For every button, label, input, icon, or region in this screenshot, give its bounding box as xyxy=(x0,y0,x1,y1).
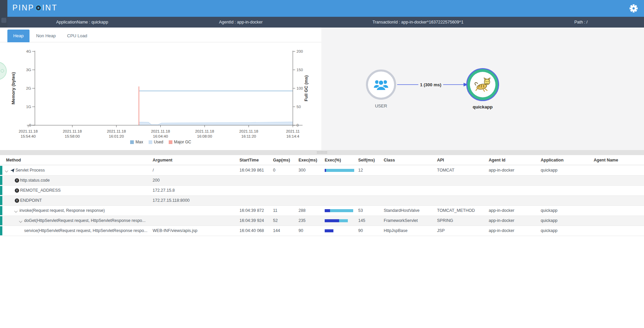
grip-dot xyxy=(322,153,323,153)
column-header-exec-[interactable]: Exec(%) xyxy=(325,155,341,165)
tab-heap[interactable]: Heap xyxy=(7,30,30,42)
grip-dot xyxy=(318,151,319,152)
legend-item-used[interactable]: Used xyxy=(149,140,163,144)
argument-cell: 172.27.15.118:8000 xyxy=(153,196,237,205)
class-cell: StandardHostValve xyxy=(384,206,434,216)
tab-non-heap[interactable]: Non Heap xyxy=(32,30,60,42)
y-right-tick: 150 xyxy=(297,68,303,72)
resize-grip-icon[interactable] xyxy=(317,151,327,153)
column-header-class[interactable]: Class xyxy=(384,155,395,165)
calltree-row-6[interactable]: service(HttpServletRequest request, Http… xyxy=(0,226,644,236)
column-header-argument[interactable]: Argument xyxy=(153,155,172,165)
column-header-application[interactable]: Application xyxy=(541,155,564,165)
server-map-node-quickapp[interactable] xyxy=(466,68,499,101)
calltree-row-3[interactable]: iENDPOINT172.27.15.118:8000 xyxy=(0,196,644,206)
column-header-api[interactable]: API xyxy=(437,155,444,165)
legend-swatch-icon xyxy=(130,140,134,144)
legend-label: Used xyxy=(154,140,163,144)
method-cell: http.status.code xyxy=(20,176,150,185)
exec-cell: 288 xyxy=(299,206,322,216)
path-label: Path : / xyxy=(574,17,588,28)
edge-call-count-label[interactable]: 1 (300 ms) xyxy=(418,82,443,87)
calltree-row-4[interactable]: invoke(Request request, Response respons… xyxy=(0,206,644,216)
server-map-panel: 1 (300 ms) USER xyxy=(321,28,644,150)
sidebar-toggle-icon[interactable] xyxy=(1,18,6,23)
startTime-cell: 16:04:39 872 xyxy=(239,206,270,216)
calltree-row-1[interactable]: ihttp.status.code200 xyxy=(0,176,644,186)
y-left-tick: 1G xyxy=(26,105,31,109)
self-cell: 53 xyxy=(358,206,381,216)
class-cell: FrameworkServlet xyxy=(384,216,434,226)
exec-self-bar xyxy=(325,169,326,172)
y-right-tick: 0 xyxy=(297,123,299,127)
y-right-axis-title: Full GC (ms) xyxy=(304,75,309,101)
startTime-cell: 16:04:39 861 xyxy=(239,166,270,175)
grip-dot xyxy=(322,151,323,152)
class-cell: HttpJspBase xyxy=(384,226,434,236)
calltree-row-5[interactable]: doGet(HttpServletRequest request, HttpSe… xyxy=(0,216,644,226)
node-quickapp-inner xyxy=(470,72,495,97)
heap-usage-chart: 01G2G3G4G0501001502002021.11.1815:54:402… xyxy=(0,42,321,150)
y-left-tick: 2G xyxy=(26,86,31,90)
server-map-node-user[interactable] xyxy=(366,69,396,100)
argument-cell: 172.27.15.8 xyxy=(153,186,237,195)
info-icon: i xyxy=(15,178,19,183)
grip-dot xyxy=(325,151,326,152)
column-header-agent-id[interactable]: Agent Id xyxy=(489,155,505,165)
calltree-row-2[interactable]: iREMOTE_ADDRESS172.27.15.8 xyxy=(0,186,644,196)
panel-resize-divider[interactable] xyxy=(0,150,644,155)
legend-item-major-gc[interactable]: Major GC xyxy=(169,140,191,144)
logo-text-pre: PINP xyxy=(12,3,35,12)
used-memory-area xyxy=(139,122,293,125)
exec-percent-bar xyxy=(325,229,333,232)
y-left-axis-title: Memory (bytes) xyxy=(11,72,16,104)
grip-dot xyxy=(321,151,322,152)
self-cell: 145 xyxy=(358,216,381,226)
collapsed-sidebar-sliver xyxy=(0,0,7,28)
pinpoint-transaction-view: PINPINT Applicatio xyxy=(0,0,644,328)
exec-self-bar xyxy=(325,219,339,222)
exec-cell: 90 xyxy=(299,226,322,236)
fab-ring-icon xyxy=(1,69,4,73)
x-axis-tick: 2021.11.1815:54:40 xyxy=(19,129,38,138)
legend-item-max[interactable]: Max xyxy=(130,140,143,144)
x-axis-tick: 2021.11.1815:58:00 xyxy=(63,129,82,138)
method-cell: service(HttpServletRequest request, Http… xyxy=(24,226,150,236)
y-left-tick: 4G xyxy=(26,49,31,53)
gap-cell: 0 xyxy=(273,166,296,175)
exec-cell: 235 xyxy=(299,216,322,226)
chevron-down-icon[interactable] xyxy=(14,209,18,213)
column-header-gap-ms-[interactable]: Gap(ms) xyxy=(273,155,290,165)
row-depth-marker xyxy=(0,216,2,225)
chevron-down-icon[interactable] xyxy=(19,220,22,223)
legend-label: Major GC xyxy=(174,140,191,144)
column-header-self-ms-[interactable]: Self(ms) xyxy=(358,155,375,165)
grip-dot xyxy=(317,151,318,152)
column-header-starttime[interactable]: StartTime xyxy=(239,155,259,165)
column-header-exec-ms-[interactable]: Exec(ms) xyxy=(299,155,317,165)
chevron-down-icon[interactable] xyxy=(5,169,8,173)
agentId-cell: app-in-docker xyxy=(489,166,538,175)
application-cell: quickapp xyxy=(541,166,591,175)
legend-swatch-icon xyxy=(149,140,152,144)
settings-gear-icon[interactable] xyxy=(629,4,638,13)
node-label-user: USER xyxy=(375,103,387,108)
grip-dot xyxy=(326,151,327,152)
argument-cell: WEB-INF/views/apis.jsp xyxy=(153,226,237,236)
api-cell: TOMCAT_METHOD xyxy=(437,206,486,216)
startTime-cell: 16:04:39 924 xyxy=(239,216,270,226)
legend-swatch-icon xyxy=(169,140,172,144)
column-header-agent-name[interactable]: Agent Name xyxy=(594,155,618,165)
agent-id-label: AgentId : app-in-docker xyxy=(219,17,263,28)
calltree-row-0[interactable]: Servlet Process/16:04:39 861030012TOMCAT… xyxy=(0,166,644,176)
tab-cpu-load[interactable]: CPU Load xyxy=(63,30,91,42)
api-cell: TOMCAT xyxy=(437,166,486,175)
method-cell: ENDPOINT xyxy=(20,196,150,205)
info-icon: i xyxy=(15,188,19,193)
top-header: PINPINT xyxy=(0,0,644,17)
column-header-method[interactable]: Method xyxy=(6,155,21,165)
row-depth-marker xyxy=(0,196,2,205)
grip-dot xyxy=(324,153,324,153)
exec-self-bar xyxy=(325,209,330,212)
grip-dot xyxy=(326,153,327,153)
